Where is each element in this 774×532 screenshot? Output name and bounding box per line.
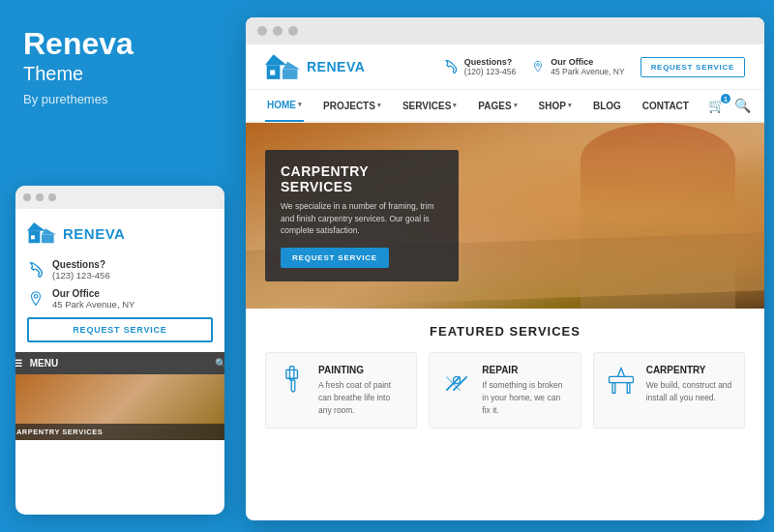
- site-office-val: 45 Park Avenue, NY: [551, 67, 624, 76]
- carpentry-icon: [606, 365, 637, 396]
- nav-item-home[interactable]: HOME ▾: [265, 89, 304, 122]
- mobile-office-val: 45 Park Avenue, NY: [52, 299, 134, 310]
- repair-icon: [441, 365, 472, 396]
- svg-rect-2: [42, 235, 54, 244]
- service-card-painting: PAINTING A fresh coat of paint can breat…: [265, 352, 417, 429]
- nav-right-icons: 🛒 1 🔍: [708, 98, 751, 113]
- mobile-office-label: Our Office: [52, 288, 134, 299]
- hero-description: We specialize in a number of framing, tr…: [281, 200, 443, 237]
- svg-rect-18: [627, 383, 630, 394]
- site-location-icon: [531, 59, 545, 74]
- mobile-logo-row: RENEVA: [27, 221, 213, 246]
- mobile-hamburger-icon: ☰: [15, 358, 22, 369]
- mobile-logo-icon: [27, 221, 56, 246]
- theme-title: Reneva: [23, 27, 207, 61]
- browser-dot-1: [257, 26, 267, 36]
- mobile-logo-text: RENEVA: [63, 225, 125, 242]
- nav-arrow-services: ▾: [453, 102, 457, 109]
- mobile-dot-2: [36, 193, 44, 201]
- mobile-phone-icon: [27, 261, 45, 279]
- mobile-search-icon[interactable]: 🔍: [215, 358, 224, 369]
- service-card-carpentry: CARPENTRY We build, construct and instal…: [593, 352, 745, 429]
- site-request-button[interactable]: REQUEST SERVICE: [640, 57, 745, 77]
- site-hero: CARPENTRY SERVICES We specialize in a nu…: [246, 123, 764, 309]
- mobile-questions-row: Questions? (123) 123-456: [27, 259, 213, 281]
- mobile-topbar: [15, 186, 224, 209]
- site-questions-label: Questions?: [464, 57, 516, 67]
- mobile-preview: RENEVA Questions? (123) 123-456 Our Offi…: [15, 186, 224, 515]
- site-nav: HOME ▾ PROJECTS ▾ SERVICES ▾ PAGES ▾ SHO…: [246, 90, 764, 123]
- svg-rect-7: [283, 70, 297, 79]
- site-office-label: Our Office: [551, 57, 624, 67]
- nav-cart-icon[interactable]: 🛒 1: [708, 98, 725, 113]
- hero-title: CARPENTRY SERVICES: [281, 163, 443, 194]
- browser-dot-3: [288, 26, 298, 36]
- mobile-menu-label[interactable]: ☰ MENU: [15, 358, 58, 369]
- nav-item-projects[interactable]: PROJECTS ▾: [321, 89, 383, 122]
- featured-services-title: FEATURED SERVICES: [265, 324, 745, 339]
- site-header-right: Questions? (120) 123-456 Our Office 45 P…: [443, 57, 745, 77]
- svg-marker-6: [265, 54, 286, 65]
- service-desc-painting: A fresh coat of paint can breathe life i…: [318, 379, 404, 416]
- mobile-questions-label: Questions?: [52, 259, 110, 270]
- left-panel: Reneva Theme By purethemes RENEVA: [0, 0, 230, 532]
- service-name-painting: PAINTING: [318, 365, 404, 375]
- mobile-questions-val: (123) 123-456: [52, 270, 110, 281]
- svg-marker-8: [283, 62, 300, 70]
- service-name-carpentry: CARPENTRY: [646, 365, 732, 375]
- site-logo-icon: [265, 52, 300, 81]
- featured-services-section: FEATURED SERVICES PAINTING A fresh coat …: [246, 309, 764, 440]
- site-questions-val: (120) 123-456: [464, 67, 516, 76]
- nav-item-shop[interactable]: SHOP ▾: [537, 89, 574, 122]
- painting-icon: [278, 365, 309, 396]
- mobile-location-icon: [27, 290, 45, 308]
- site-header: RENEVA Questions? (120) 123-456 Our Offi…: [246, 44, 764, 90]
- theme-author: By purethemes: [23, 92, 207, 106]
- svg-marker-1: [27, 222, 45, 231]
- mobile-hero-image: CARPENTRY SERVICES: [15, 374, 224, 440]
- service-card-repair: REPAIR If something is broken in your ho…: [429, 352, 580, 429]
- services-grid: PAINTING A fresh coat of paint can breat…: [265, 352, 745, 429]
- svg-rect-4: [31, 235, 35, 239]
- mobile-menu-bar: ☰ MENU 🔍: [15, 352, 224, 374]
- site-logo[interactable]: RENEVA: [265, 52, 365, 81]
- service-name-repair: REPAIR: [482, 365, 568, 375]
- mobile-dot-3: [48, 193, 56, 201]
- browser-dot-2: [273, 26, 283, 36]
- nav-item-services[interactable]: SERVICES ▾: [401, 89, 459, 122]
- mobile-request-button[interactable]: REQUEST SERVICE: [27, 317, 213, 342]
- nav-item-pages[interactable]: PAGES ▾: [476, 89, 519, 122]
- mobile-office-row: Our Office 45 Park Avenue, NY: [27, 288, 213, 310]
- theme-subtitle: Theme: [23, 61, 207, 86]
- site-office: Our Office 45 Park Avenue, NY: [531, 57, 624, 76]
- svg-marker-3: [42, 228, 56, 234]
- svg-rect-11: [286, 369, 298, 378]
- service-desc-repair: If something is broken in your home, we …: [482, 379, 568, 416]
- mobile-hero-title: CARPENTRY SERVICES: [15, 428, 224, 436]
- nav-arrow-pages: ▾: [514, 102, 518, 109]
- service-desc-carpentry: We build, construct and install all you …: [646, 379, 732, 404]
- mobile-dot-1: [23, 193, 31, 201]
- nav-arrow-projects: ▾: [377, 102, 381, 109]
- svg-rect-17: [612, 383, 615, 394]
- hero-request-button[interactable]: REQUEST SERVICE: [281, 248, 389, 268]
- site-logo-text: RENEVA: [307, 59, 365, 74]
- site-phone-icon: [443, 59, 459, 74]
- nav-item-contact[interactable]: CONTACT: [640, 89, 691, 122]
- browser-window: RENEVA Questions? (120) 123-456 Our Offi…: [246, 17, 764, 520]
- nav-arrow-shop: ▾: [568, 102, 572, 109]
- svg-rect-9: [270, 70, 275, 74]
- hero-content: CARPENTRY SERVICES We specialize in a nu…: [265, 150, 459, 281]
- nav-search-icon[interactable]: 🔍: [734, 98, 751, 113]
- mobile-hero-overlay: CARPENTRY SERVICES: [15, 424, 224, 440]
- site-questions: Questions? (120) 123-456: [443, 57, 516, 76]
- nav-item-blog[interactable]: BLOG: [591, 89, 623, 122]
- browser-topbar: [246, 17, 764, 44]
- svg-rect-16: [609, 376, 633, 382]
- nav-arrow-home: ▾: [298, 101, 302, 108]
